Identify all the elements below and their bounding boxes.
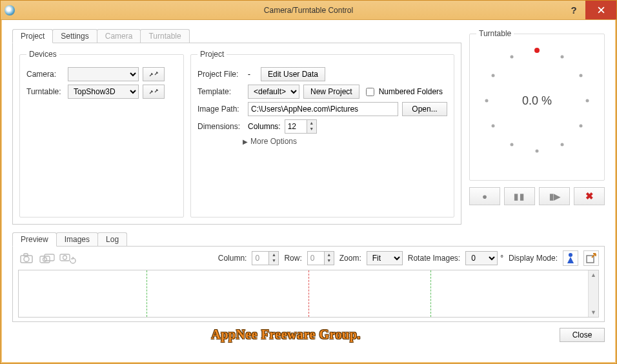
camera-single-icon[interactable]: [18, 251, 35, 265]
turntable-legend: Turntable: [476, 29, 514, 38]
turntable-dial: 0.0 %: [482, 46, 592, 156]
column-value[interactable]: [252, 251, 268, 265]
main-column: Project Settings Camera Turntable Device…: [12, 29, 461, 225]
top-row: Project Settings Camera Turntable Device…: [12, 29, 605, 225]
columns-label: Columns:: [248, 122, 281, 131]
numbered-folders-wrap: Numbered Folders: [363, 86, 443, 98]
svg-point-8: [569, 253, 572, 257]
scroll-down-icon[interactable]: ▼: [591, 309, 596, 316]
main-tabs: Project Settings Camera Turntable: [12, 29, 461, 43]
camera-select[interactable]: [68, 67, 139, 81]
stop-button[interactable]: ✖: [574, 187, 605, 205]
app-icon: [5, 5, 15, 15]
tab-settings[interactable]: Settings: [52, 29, 97, 43]
preview-strip: ▲ ▼: [18, 270, 599, 318]
spin-buttons[interactable]: ▲▼: [307, 119, 317, 134]
turntable-select[interactable]: TopShow3D: [68, 85, 139, 99]
svg-point-1: [24, 257, 29, 262]
turntable-device-row: Turntable: TopShow3D: [26, 85, 177, 99]
capture-tools: [18, 251, 76, 265]
camera-refresh-icon[interactable]: [59, 251, 76, 265]
project-file-value: -: [248, 70, 257, 79]
columns-spinner[interactable]: ▲▼: [285, 119, 317, 134]
new-project-button[interactable]: New Project: [303, 85, 359, 99]
row-value[interactable]: [307, 251, 324, 265]
record-icon: ●: [482, 192, 487, 201]
titlebar: Camera/Turntable Control ?: [1, 1, 616, 20]
more-options-toggle[interactable]: ▶More Options: [243, 137, 447, 146]
display-mode-export-button[interactable]: [583, 250, 599, 266]
close-icon: [598, 6, 605, 14]
template-row: Template: <default> New Project Numbered…: [197, 85, 447, 99]
tab-preview[interactable]: Preview: [12, 232, 57, 247]
watermark-text: AppNee Freeware Group.: [12, 327, 560, 342]
zoom-select[interactable]: Fit: [367, 251, 403, 265]
app-window: Camera/Turntable Control ? Project Setti…: [0, 0, 617, 364]
devices-group: Devices Camera: Turntable: TopShow3D: [19, 50, 184, 217]
project-group: Project Project File: - Edit User Data T…: [190, 50, 454, 217]
main-panel: Devices Camera: Turntable: TopShow3D: [19, 50, 454, 217]
rotate-select[interactable]: 0: [465, 251, 498, 265]
tab-project[interactable]: Project: [12, 29, 53, 43]
pause-icon: ▮▮: [514, 192, 525, 201]
numbered-folders-checkbox[interactable]: [366, 88, 374, 96]
camera-connect-button[interactable]: [143, 67, 165, 81]
help-button[interactable]: ?: [562, 1, 585, 19]
svg-rect-2: [24, 254, 28, 256]
record-button[interactable]: ●: [469, 187, 500, 205]
step-button[interactable]: ▮▶: [539, 187, 570, 205]
step-icon: ▮▶: [549, 192, 560, 201]
cancel-icon: ✖: [585, 190, 594, 202]
columns-value[interactable]: [285, 119, 307, 134]
connect-icon: [148, 70, 159, 78]
tab-images[interactable]: Images: [56, 232, 98, 246]
camera-label: Camera:: [26, 70, 64, 79]
edit-user-data-button[interactable]: Edit User Data: [261, 67, 325, 81]
preview-toolbar: Column: ▲▼ Row: ▲▼ Zoom: Fit Rotate Imag…: [18, 250, 599, 266]
lower-section: Preview Images Log: [12, 232, 605, 322]
turntable-group: Turntable 0.0 %: [469, 29, 605, 181]
template-select[interactable]: <default>: [248, 85, 299, 99]
turntable-column: Turntable 0.0 %: [469, 29, 605, 225]
turntable-controls: ● ▮▮ ▮▶ ✖: [469, 187, 605, 205]
degree-symbol: °: [500, 254, 503, 263]
tab-camera[interactable]: Camera: [97, 29, 141, 43]
zoom-label: Zoom:: [339, 254, 361, 263]
turntable-percent: 0.0 %: [522, 94, 552, 108]
dimensions-row: Dimensions: Columns: ▲▼: [197, 119, 447, 134]
open-path-button[interactable]: Open...: [402, 102, 447, 116]
close-button[interactable]: Close: [560, 328, 605, 342]
image-path-row: Image Path: Open...: [197, 102, 447, 116]
expand-icon: ▶: [243, 138, 248, 145]
scroll-up-icon[interactable]: ▲: [591, 272, 596, 278]
tab-turntable[interactable]: Turntable: [140, 29, 189, 43]
window-title: Camera/Turntable Control: [264, 6, 353, 15]
devices-legend: Devices: [26, 50, 59, 59]
dimensions-label: Dimensions:: [197, 122, 244, 131]
preview-scrollbar[interactable]: ▲ ▼: [588, 270, 598, 317]
numbered-folders-label: Numbered Folders: [379, 87, 443, 96]
lower-tabs: Preview Images Log: [12, 232, 605, 246]
turntable-connect-button[interactable]: [143, 85, 165, 99]
titlebar-buttons: ?: [562, 1, 616, 19]
content-area: Project Settings Camera Turntable Device…: [1, 20, 616, 363]
camera-multi-icon[interactable]: [39, 251, 56, 265]
image-path-input[interactable]: [248, 102, 398, 116]
row-spinner[interactable]: ▲▼: [307, 251, 334, 265]
connect-icon: [148, 88, 159, 96]
pause-button[interactable]: ▮▮: [504, 187, 535, 205]
tab-log[interactable]: Log: [97, 232, 127, 246]
project-legend: Project: [197, 50, 227, 59]
column-spinner[interactable]: ▲▼: [252, 251, 279, 265]
row-label: Row:: [284, 254, 301, 263]
rotate-label: Rotate Images:: [408, 254, 460, 263]
svg-point-7: [63, 256, 67, 259]
camera-row: Camera:: [26, 67, 177, 81]
footer: AppNee Freeware Group. Close: [12, 327, 605, 342]
main-tab-panel: Devices Camera: Turntable: TopShow3D: [12, 43, 461, 225]
display-mode-figure-button[interactable]: [563, 250, 578, 266]
window-close-button[interactable]: [585, 1, 616, 19]
template-label: Template:: [197, 87, 244, 96]
preview-panel: Column: ▲▼ Row: ▲▼ Zoom: Fit Rotate Imag…: [12, 246, 605, 322]
image-path-label: Image Path:: [197, 105, 244, 114]
